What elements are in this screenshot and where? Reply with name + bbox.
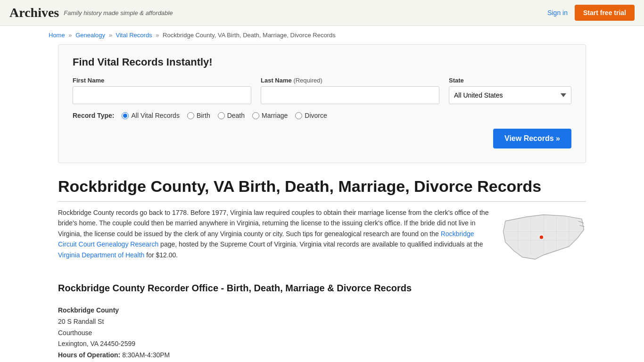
recorder-hours: Hours of Operation: 8:30AM-4:30PM [58,350,586,361]
radio-marriage-label: Marriage [262,112,288,119]
radio-divorce-label: Divorce [305,112,327,119]
breadcrumb-sep3: » [156,32,159,39]
radio-birth-input[interactable] [187,112,194,119]
page-title: Rockbridge County, VA Birth, Death, Marr… [58,177,586,202]
header-right: Sign in Start free trial [547,5,635,21]
desc-text1: Rockbridge County records go back to 177… [58,209,488,238]
virginia-map [501,207,586,269]
radio-all-vital-input[interactable] [122,112,129,119]
breadcrumb-vital-records[interactable]: Vital Records [116,32,152,39]
radio-all-vital-label: All Vital Records [131,112,179,119]
site-header: Archives Family history made simple & af… [0,0,644,26]
desc-text2: page, hosted by the Supreme Court of Vir… [158,240,483,248]
description-text: Rockbridge County records go back to 177… [58,207,492,260]
breadcrumb-genealogy[interactable]: Genealogy [75,32,105,39]
record-type-label: Record Type: [73,112,114,119]
radio-divorce[interactable]: Divorce [295,112,327,119]
firstname-input[interactable] [73,86,251,104]
radio-birth-label: Birth [197,112,210,119]
search-btn-row: View Records » [73,129,571,148]
view-records-button[interactable]: View Records » [493,129,571,148]
svg-point-7 [539,235,544,239]
description-section: Rockbridge County records go back to 177… [58,207,586,269]
search-box-title: Find Vital Records Instantly! [73,56,571,68]
site-tagline: Family history made simple & affordable [64,9,173,16]
main-content: Find Vital Records Instantly! First Name… [49,44,595,362]
breadcrumb-sep1: » [68,32,72,39]
search-fields: First Name Last Name (Required) State Al… [73,77,571,104]
radio-death-input[interactable] [218,112,225,119]
firstname-group: First Name [73,77,251,104]
radio-marriage-input[interactable] [252,112,259,119]
radio-death-label: Death [227,112,245,119]
recorder-address1: 20 S Randall St [58,316,586,328]
search-box: Find Vital Records Instantly! First Name… [58,44,586,163]
site-logo: Archives [9,5,59,20]
recorder-address2: Courthouse [58,328,586,339]
hours-label: Hours of Operation: [58,351,120,359]
lastname-group: Last Name (Required) [261,77,439,104]
recorder-section: Rockbridge County Recorder Office - Birt… [58,283,586,361]
start-trial-button[interactable]: Start free trial [575,5,635,21]
breadcrumb-home[interactable]: Home [49,32,65,39]
recorder-name: Rockbridge County [58,305,586,316]
sign-in-link[interactable]: Sign in [547,9,568,16]
radio-marriage[interactable]: Marriage [252,112,288,119]
radio-divorce-input[interactable] [295,112,302,119]
header-left: Archives Family history made simple & af… [9,5,173,20]
record-type-row: Record Type: All Vital Records Birth Dea… [73,112,571,119]
radio-death[interactable]: Death [218,112,245,119]
recorder-heading: Rockbridge County Recorder Office - Birt… [58,283,586,297]
breadcrumb-current: Rockbridge County, VA Birth, Death, Marr… [163,32,336,39]
state-label: State [449,77,571,84]
breadcrumb-sep2: » [109,32,112,39]
hours-value: 8:30AM-4:30PM [122,351,170,359]
breadcrumb: Home » Genealogy » Vital Records » Rockb… [39,26,605,44]
firstname-label: First Name [73,77,251,84]
desc-text3: for $12.00. [144,251,178,259]
desc-link2[interactable]: Virginia Department of Health [58,251,144,259]
radio-birth[interactable]: Birth [187,112,210,119]
recorder-city: Lexington, VA 24450-2599 [58,338,586,350]
lastname-input[interactable] [261,86,439,104]
radio-all-vital[interactable]: All Vital Records [122,112,179,119]
lastname-label: Last Name (Required) [261,77,439,84]
state-select[interactable]: All United StatesAlabamaAlaskaArizonaArk… [449,86,571,104]
state-group: State All United StatesAlabamaAlaskaAriz… [449,77,571,104]
